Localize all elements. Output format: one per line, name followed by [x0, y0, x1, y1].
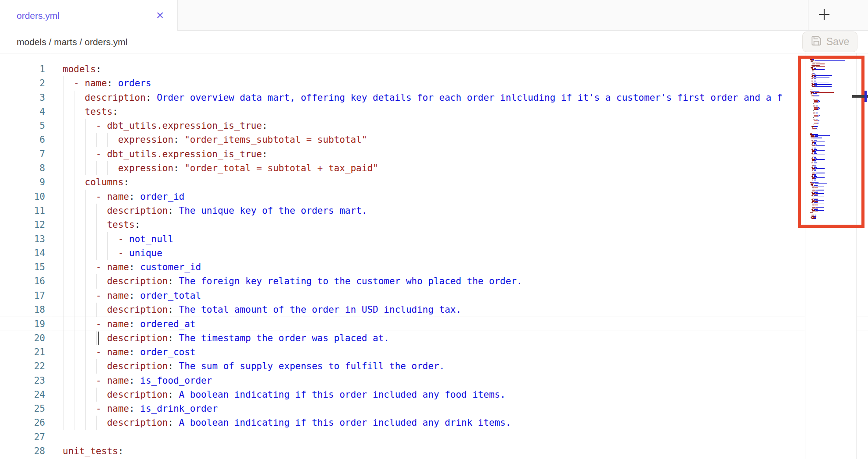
- line-number: 3: [0, 91, 45, 105]
- save-button[interactable]: Save: [802, 32, 857, 52]
- line-number: 13: [0, 232, 45, 246]
- code-line[interactable]: 4 tests:: [0, 105, 868, 119]
- code-text: - dbt_utils.expression_is_true:: [63, 119, 268, 133]
- code-line[interactable]: 7 - dbt_utils.expression_is_true:: [0, 147, 868, 161]
- code-text: - not_null: [63, 232, 173, 246]
- code-line[interactable]: 9 columns:: [0, 175, 868, 189]
- code-text: description: The total amount of the ord…: [63, 303, 461, 317]
- code-text: - name: ordered_at: [63, 317, 195, 331]
- code-line[interactable]: 17 - name: order_total: [0, 289, 868, 303]
- code-line[interactable]: 22 description: The sum of supply expens…: [0, 359, 868, 373]
- code-line[interactable]: 6 expression: "order_items_subtotal = su…: [0, 133, 868, 147]
- line-number: 24: [0, 388, 45, 402]
- code-text: tests:: [63, 105, 118, 119]
- new-tab-button[interactable]: [816, 7, 833, 24]
- line-number: 14: [0, 246, 45, 260]
- line-number: 2: [0, 76, 45, 90]
- code-text: expression: "order_total = subtotal + ta…: [63, 161, 378, 175]
- code-text: description: A boolean indicating if thi…: [63, 416, 511, 430]
- line-number: 10: [0, 190, 45, 204]
- code-line[interactable]: 18 description: The total amount of the …: [0, 303, 868, 317]
- pointer-marker-tick: [864, 91, 867, 102]
- code-line[interactable]: 11 description: The unique key of the or…: [0, 204, 868, 218]
- annotation-highlight-box: [798, 56, 864, 228]
- code-lines[interactable]: 1models:2 - name: orders3 description: O…: [0, 62, 868, 458]
- text-cursor: [98, 332, 99, 345]
- code-text: - dbt_utils.expression_is_true:: [63, 147, 268, 161]
- code-line[interactable]: 20 description: The timestamp the order …: [0, 331, 868, 345]
- code-line[interactable]: 19 - name: ordered_at: [0, 317, 868, 331]
- code-line[interactable]: 10 - name: order_id: [0, 190, 868, 204]
- code-line[interactable]: 27: [0, 430, 868, 444]
- code-editor[interactable]: 1models:2 - name: orders3 description: O…: [0, 53, 868, 459]
- line-number: 9: [0, 175, 45, 189]
- line-number: 27: [0, 430, 45, 444]
- code-text: description: The sum of supply expenses …: [63, 359, 445, 373]
- code-line[interactable]: 8 expression: "order_total = subtotal + …: [0, 161, 868, 175]
- code-text: description: The timestamp the order was…: [63, 331, 389, 345]
- line-number: 22: [0, 359, 45, 373]
- code-line[interactable]: 2 - name: orders: [0, 76, 868, 90]
- code-line[interactable]: 3 description: Order overview data mart,…: [0, 91, 868, 105]
- plus-icon: [818, 8, 831, 23]
- line-number: 21: [0, 345, 45, 359]
- line-number: 6: [0, 133, 45, 147]
- code-text: columns:: [63, 175, 129, 189]
- tab-orders-yml[interactable]: orders.yml ✕: [0, 0, 178, 31]
- code-line[interactable]: 5 - dbt_utils.expression_is_true:: [0, 119, 868, 133]
- line-number: 25: [0, 402, 45, 416]
- code-text: expression: "order_items_subtotal = subt…: [63, 133, 367, 147]
- code-text: description: The unique key of the order…: [63, 204, 367, 218]
- code-line[interactable]: 13 - not_null: [0, 232, 868, 246]
- code-text: description: The foreign key relating to…: [63, 274, 522, 288]
- line-number: 1: [0, 62, 45, 76]
- code-text: - name: is_drink_order: [63, 402, 218, 416]
- code-text: description: Order overview data mart, o…: [63, 91, 783, 105]
- code-text: - name: order_id: [63, 190, 184, 204]
- line-number: 19: [0, 317, 45, 331]
- code-text: - name: order_cost: [63, 345, 195, 359]
- close-icon[interactable]: ✕: [156, 11, 164, 21]
- code-text: description: A boolean indicating if thi…: [63, 388, 506, 402]
- line-number: 16: [0, 274, 45, 288]
- line-number: 11: [0, 204, 45, 218]
- line-number: 17: [0, 289, 45, 303]
- code-line[interactable]: 12 tests:: [0, 218, 868, 232]
- code-line[interactable]: 16 description: The foreign key relating…: [0, 274, 868, 288]
- code-text: - unique: [63, 246, 162, 260]
- tab-title: orders.yml: [17, 11, 60, 21]
- line-number: 12: [0, 218, 45, 232]
- line-number: 5: [0, 119, 45, 133]
- line-number: 23: [0, 374, 45, 388]
- code-line[interactable]: 25 - name: is_drink_order: [0, 402, 868, 416]
- breadcrumb: models / marts / orders.yml: [17, 37, 127, 47]
- code-text: tests:: [63, 218, 140, 232]
- line-number: 4: [0, 105, 45, 119]
- code-line[interactable]: 23 - name: is_food_order: [0, 374, 868, 388]
- line-number: 20: [0, 331, 45, 345]
- code-text: models:: [63, 62, 102, 76]
- code-text: - name: orders: [63, 76, 151, 90]
- line-number: 28: [0, 444, 45, 458]
- code-text: - name: order_total: [63, 289, 201, 303]
- line-number: 18: [0, 303, 45, 317]
- code-line[interactable]: 28unit_tests:: [0, 444, 868, 458]
- breadcrumb-bar: models / marts / orders.yml: [0, 31, 868, 53]
- code-line[interactable]: 14 - unique: [0, 246, 868, 260]
- code-line[interactable]: 1models:: [0, 62, 868, 76]
- tabbar-divider: [808, 0, 808, 31]
- code-line[interactable]: 15 - name: customer_id: [0, 260, 868, 274]
- code-line[interactable]: 21 - name: order_cost: [0, 345, 868, 359]
- line-number: 7: [0, 147, 45, 161]
- line-number: 8: [0, 161, 45, 175]
- save-label: Save: [826, 36, 849, 48]
- line-number: 15: [0, 260, 45, 274]
- line-number: 26: [0, 416, 45, 430]
- code-line[interactable]: 24 description: A boolean indicating if …: [0, 388, 868, 402]
- code-text: - name: is_food_order: [63, 374, 212, 388]
- code-line[interactable]: 26 description: A boolean indicating if …: [0, 416, 868, 430]
- code-text: unit_tests:: [63, 444, 123, 458]
- save-icon: [811, 35, 822, 49]
- code-text: - name: customer_id: [63, 260, 201, 274]
